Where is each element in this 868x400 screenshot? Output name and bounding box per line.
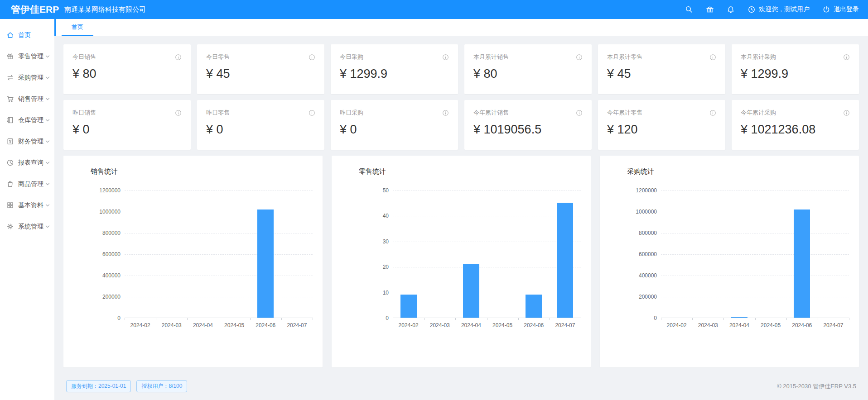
x-axis-labels: 2024-022024-032024-042024-052024-062024-…: [393, 322, 581, 329]
sidebar-item-label: 采购管理: [18, 74, 45, 82]
info-icon[interactable]: [309, 54, 315, 61]
stat-card-header: 今年累计零售: [607, 109, 716, 117]
y-axis-tick: 400000: [80, 272, 121, 279]
info-icon[interactable]: [709, 54, 716, 61]
y-axis-tick: 1200000: [80, 187, 121, 194]
sidebar-item-finance[interactable]: 财务管理: [0, 131, 54, 152]
x-axis-label: 2024-06: [518, 322, 550, 329]
sidebar-item-home[interactable]: 首页: [0, 24, 54, 46]
x-axis-tick-mark: [125, 318, 125, 320]
gridline: [393, 190, 581, 191]
gridline: [125, 254, 313, 255]
chevron-down-icon: [45, 54, 50, 59]
stat-card-header: 今年累计销售: [473, 109, 583, 117]
sidebar-item-system[interactable]: 系统管理: [0, 216, 54, 237]
stat-card-header: 今日采购: [340, 53, 449, 61]
gridline: [125, 276, 313, 276]
stat-card-header: 今年累计采购: [741, 109, 850, 117]
y-axis-tick: 0: [348, 315, 389, 321]
sidebar-item-retail[interactable]: 零售管理: [0, 46, 54, 67]
stat-card-header: 今日销售: [72, 53, 182, 61]
sidebar-item-label: 基本资料: [18, 201, 45, 210]
info-icon[interactable]: [309, 110, 315, 116]
info-icon[interactable]: [442, 54, 449, 61]
sidebar-item-basic-data[interactable]: 基本资料: [0, 195, 54, 216]
sidebar-item-sales[interactable]: 销售管理: [0, 88, 54, 110]
bar-2024-02: [400, 295, 417, 318]
x-axis-label: 2024-05: [219, 322, 250, 329]
stat-cards-row1: 今日销售¥ 80今日零售¥ 45今日采购¥ 1299.9本月累计销售¥ 80本月…: [63, 44, 859, 94]
stat-card-label: 今日采购: [340, 53, 363, 61]
dashboard-content: 今日销售¥ 80今日零售¥ 45今日采购¥ 1299.9本月累计销售¥ 80本月…: [54, 36, 868, 398]
sidebar-item-purchase[interactable]: 采购管理: [0, 67, 54, 88]
stat-card-header: 昨日零售: [206, 109, 315, 117]
info-icon[interactable]: [709, 110, 716, 116]
info-icon[interactable]: [576, 54, 583, 61]
bar-2024-06: [526, 295, 542, 318]
y-axis-tick: 200000: [616, 294, 657, 300]
x-axis-tick-mark: [281, 318, 282, 320]
x-axis-tick-mark: [692, 318, 693, 320]
stat-card-month-purchase: 本月累计采购¥ 1299.9: [732, 44, 859, 94]
service-expiry-badge[interactable]: 服务到期：2025-01-01: [66, 380, 131, 392]
x-axis-label: 2024-07: [281, 322, 313, 329]
info-icon[interactable]: [175, 54, 182, 61]
stat-card-label: 本月累计采购: [741, 53, 776, 61]
app-logo: 管伊佳ERP: [0, 3, 54, 16]
stat-card-header: 本月累计采购: [741, 53, 850, 61]
sidebar-item-label: 零售管理: [18, 52, 45, 61]
copyright-text: © 2015-2030 管伊佳ERP V3.5: [777, 382, 856, 390]
top-header: 管伊佳ERP 南通某某网络科技有限公司 欢迎您，测试用户 退出登录: [0, 0, 868, 19]
stat-card-value: ¥ 1299.9: [741, 67, 850, 81]
sidebar-item-goods[interactable]: 商品管理: [0, 173, 54, 195]
licensed-users-badge[interactable]: 授权用户：8/100: [136, 380, 187, 392]
gridline: [661, 276, 849, 276]
search-icon[interactable]: [685, 5, 693, 14]
sidebar-item-label: 商品管理: [18, 180, 45, 188]
purchase-chart-card: 采购统计120000010000008000006000004000002000…: [600, 156, 859, 367]
info-icon[interactable]: [442, 110, 449, 116]
stat-card-year-retail: 今年累计零售¥ 120: [598, 100, 725, 150]
y-axis-tick: 600000: [616, 251, 657, 257]
chart-plot: 120000010000008000006000004000002000000: [613, 190, 852, 318]
stat-card-label: 今年累计销售: [473, 109, 509, 117]
charts-row: 销售统计120000010000008000006000004000002000…: [63, 156, 859, 367]
info-icon[interactable]: [175, 110, 182, 116]
bank-icon[interactable]: [706, 5, 714, 14]
stat-card-label: 本月累计零售: [607, 53, 642, 61]
stat-card-today-purchase: 今日采购¥ 1299.9: [331, 44, 458, 94]
swap-icon: [6, 74, 14, 81]
welcome-user[interactable]: 欢迎您，测试用户: [747, 5, 810, 14]
sidebar-item-reports[interactable]: 报表查询: [0, 152, 54, 173]
info-icon[interactable]: [843, 110, 850, 116]
y-axis-tick: 30: [348, 238, 389, 245]
grid-icon: [6, 201, 14, 209]
bell-icon[interactable]: [727, 5, 735, 14]
gridline: [661, 212, 849, 212]
notebook-icon: [6, 116, 14, 124]
stat-card-header: 本月累计销售: [473, 53, 583, 61]
logout-text: 退出登录: [834, 5, 859, 14]
stat-card-today-retail: 今日零售¥ 45: [197, 44, 324, 94]
company-name: 南通某某网络科技有限公司: [64, 5, 146, 14]
info-icon[interactable]: [843, 54, 850, 61]
chevron-down-icon: [45, 203, 50, 208]
cart-icon: [6, 95, 14, 103]
x-axis-tick-mark: [156, 318, 156, 320]
stat-card-value: ¥ 0: [206, 123, 315, 137]
x-axis-label: 2024-03: [424, 322, 455, 329]
chart-title: 采购统计: [627, 167, 852, 176]
info-icon[interactable]: [576, 110, 583, 116]
stat-card-header: 本月累计零售: [607, 53, 716, 61]
logout-button[interactable]: 退出登录: [822, 5, 859, 14]
tab-home[interactable]: 首页: [62, 19, 93, 36]
sidebar-item-warehouse[interactable]: 仓库管理: [0, 110, 54, 131]
x-axis-label: 2024-05: [755, 322, 786, 329]
chevron-down-icon: [45, 161, 50, 165]
stat-card-header: 昨日采购: [340, 109, 449, 117]
y-axis-tick: 600000: [80, 251, 121, 257]
gridline: [661, 233, 849, 233]
stat-card-month-retail: 本月累计零售¥ 45: [598, 44, 725, 94]
y-axis-tick: 800000: [616, 230, 657, 236]
tab-bar: 首页: [54, 19, 868, 36]
